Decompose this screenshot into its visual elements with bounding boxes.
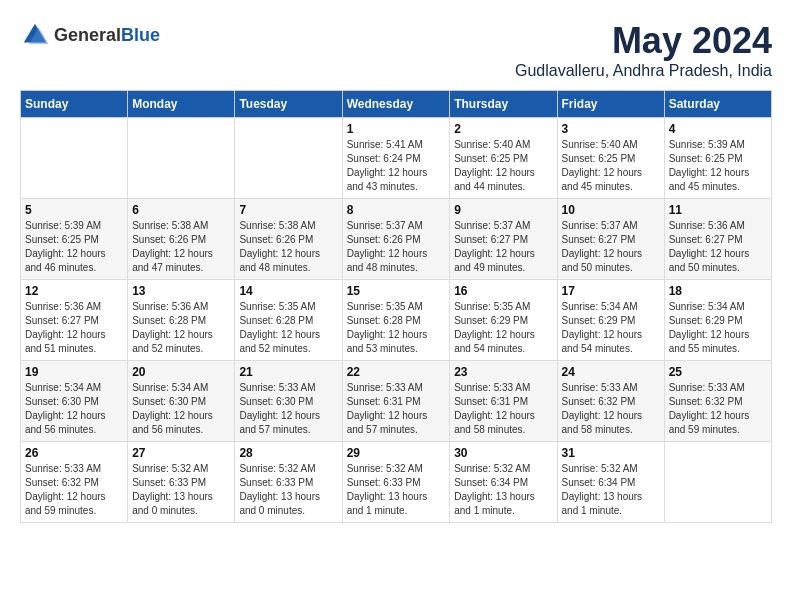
calendar-cell: 1Sunrise: 5:41 AM Sunset: 6:24 PM Daylig… xyxy=(342,118,450,199)
calendar-cell: 11Sunrise: 5:36 AM Sunset: 6:27 PM Dayli… xyxy=(664,199,771,280)
day-info: Sunrise: 5:38 AM Sunset: 6:26 PM Dayligh… xyxy=(239,219,337,275)
calendar-cell: 19Sunrise: 5:34 AM Sunset: 6:30 PM Dayli… xyxy=(21,361,128,442)
calendar-cell: 27Sunrise: 5:32 AM Sunset: 6:33 PM Dayli… xyxy=(128,442,235,523)
calendar-cell: 26Sunrise: 5:33 AM Sunset: 6:32 PM Dayli… xyxy=(21,442,128,523)
day-number: 14 xyxy=(239,284,337,298)
day-number: 27 xyxy=(132,446,230,460)
day-info: Sunrise: 5:33 AM Sunset: 6:32 PM Dayligh… xyxy=(562,381,660,437)
day-number: 4 xyxy=(669,122,767,136)
day-number: 8 xyxy=(347,203,446,217)
day-number: 12 xyxy=(25,284,123,298)
calendar-cell: 3Sunrise: 5:40 AM Sunset: 6:25 PM Daylig… xyxy=(557,118,664,199)
calendar-cell: 6Sunrise: 5:38 AM Sunset: 6:26 PM Daylig… xyxy=(128,199,235,280)
calendar-cell xyxy=(235,118,342,199)
calendar-cell: 25Sunrise: 5:33 AM Sunset: 6:32 PM Dayli… xyxy=(664,361,771,442)
title-area: May 2024 Gudlavalleru, Andhra Pradesh, I… xyxy=(515,20,772,80)
header-thursday: Thursday xyxy=(450,91,557,118)
calendar-cell: 14Sunrise: 5:35 AM Sunset: 6:28 PM Dayli… xyxy=(235,280,342,361)
calendar-table: Sunday Monday Tuesday Wednesday Thursday… xyxy=(20,90,772,523)
calendar-cell xyxy=(21,118,128,199)
day-number: 29 xyxy=(347,446,446,460)
day-number: 25 xyxy=(669,365,767,379)
calendar-cell: 12Sunrise: 5:36 AM Sunset: 6:27 PM Dayli… xyxy=(21,280,128,361)
day-info: Sunrise: 5:35 AM Sunset: 6:29 PM Dayligh… xyxy=(454,300,552,356)
calendar-cell xyxy=(664,442,771,523)
calendar-cell: 17Sunrise: 5:34 AM Sunset: 6:29 PM Dayli… xyxy=(557,280,664,361)
day-info: Sunrise: 5:37 AM Sunset: 6:27 PM Dayligh… xyxy=(454,219,552,275)
calendar-cell: 29Sunrise: 5:32 AM Sunset: 6:33 PM Dayli… xyxy=(342,442,450,523)
calendar-cell: 16Sunrise: 5:35 AM Sunset: 6:29 PM Dayli… xyxy=(450,280,557,361)
day-info: Sunrise: 5:38 AM Sunset: 6:26 PM Dayligh… xyxy=(132,219,230,275)
day-number: 1 xyxy=(347,122,446,136)
day-info: Sunrise: 5:32 AM Sunset: 6:33 PM Dayligh… xyxy=(132,462,230,518)
header-wednesday: Wednesday xyxy=(342,91,450,118)
calendar-week-row: 19Sunrise: 5:34 AM Sunset: 6:30 PM Dayli… xyxy=(21,361,772,442)
calendar-cell: 5Sunrise: 5:39 AM Sunset: 6:25 PM Daylig… xyxy=(21,199,128,280)
day-number: 23 xyxy=(454,365,552,379)
day-number: 6 xyxy=(132,203,230,217)
day-number: 20 xyxy=(132,365,230,379)
day-number: 24 xyxy=(562,365,660,379)
day-info: Sunrise: 5:33 AM Sunset: 6:30 PM Dayligh… xyxy=(239,381,337,437)
calendar-subtitle: Gudlavalleru, Andhra Pradesh, India xyxy=(515,62,772,80)
calendar-cell: 30Sunrise: 5:32 AM Sunset: 6:34 PM Dayli… xyxy=(450,442,557,523)
day-number: 26 xyxy=(25,446,123,460)
calendar-week-row: 1Sunrise: 5:41 AM Sunset: 6:24 PM Daylig… xyxy=(21,118,772,199)
logo-text-blue: Blue xyxy=(121,25,160,45)
day-info: Sunrise: 5:36 AM Sunset: 6:27 PM Dayligh… xyxy=(25,300,123,356)
day-number: 10 xyxy=(562,203,660,217)
calendar-week-row: 12Sunrise: 5:36 AM Sunset: 6:27 PM Dayli… xyxy=(21,280,772,361)
calendar-cell: 24Sunrise: 5:33 AM Sunset: 6:32 PM Dayli… xyxy=(557,361,664,442)
day-number: 31 xyxy=(562,446,660,460)
day-info: Sunrise: 5:32 AM Sunset: 6:33 PM Dayligh… xyxy=(347,462,446,518)
day-info: Sunrise: 5:33 AM Sunset: 6:31 PM Dayligh… xyxy=(347,381,446,437)
day-number: 22 xyxy=(347,365,446,379)
day-number: 5 xyxy=(25,203,123,217)
calendar-cell xyxy=(128,118,235,199)
day-number: 21 xyxy=(239,365,337,379)
day-info: Sunrise: 5:41 AM Sunset: 6:24 PM Dayligh… xyxy=(347,138,446,194)
day-info: Sunrise: 5:36 AM Sunset: 6:27 PM Dayligh… xyxy=(669,219,767,275)
calendar-cell: 21Sunrise: 5:33 AM Sunset: 6:30 PM Dayli… xyxy=(235,361,342,442)
day-info: Sunrise: 5:40 AM Sunset: 6:25 PM Dayligh… xyxy=(562,138,660,194)
day-info: Sunrise: 5:32 AM Sunset: 6:34 PM Dayligh… xyxy=(562,462,660,518)
header-sunday: Sunday xyxy=(21,91,128,118)
calendar-cell: 23Sunrise: 5:33 AM Sunset: 6:31 PM Dayli… xyxy=(450,361,557,442)
day-info: Sunrise: 5:33 AM Sunset: 6:31 PM Dayligh… xyxy=(454,381,552,437)
calendar-cell: 9Sunrise: 5:37 AM Sunset: 6:27 PM Daylig… xyxy=(450,199,557,280)
day-info: Sunrise: 5:40 AM Sunset: 6:25 PM Dayligh… xyxy=(454,138,552,194)
day-number: 16 xyxy=(454,284,552,298)
logo: GeneralBlue xyxy=(20,20,160,50)
header-tuesday: Tuesday xyxy=(235,91,342,118)
calendar-cell: 22Sunrise: 5:33 AM Sunset: 6:31 PM Dayli… xyxy=(342,361,450,442)
calendar-cell: 2Sunrise: 5:40 AM Sunset: 6:25 PM Daylig… xyxy=(450,118,557,199)
header-friday: Friday xyxy=(557,91,664,118)
day-info: Sunrise: 5:37 AM Sunset: 6:26 PM Dayligh… xyxy=(347,219,446,275)
calendar-header-row: Sunday Monday Tuesday Wednesday Thursday… xyxy=(21,91,772,118)
day-number: 19 xyxy=(25,365,123,379)
day-number: 17 xyxy=(562,284,660,298)
day-number: 13 xyxy=(132,284,230,298)
day-number: 9 xyxy=(454,203,552,217)
day-info: Sunrise: 5:32 AM Sunset: 6:34 PM Dayligh… xyxy=(454,462,552,518)
logo-text-general: General xyxy=(54,25,121,45)
day-info: Sunrise: 5:35 AM Sunset: 6:28 PM Dayligh… xyxy=(239,300,337,356)
day-info: Sunrise: 5:34 AM Sunset: 6:29 PM Dayligh… xyxy=(562,300,660,356)
calendar-cell: 8Sunrise: 5:37 AM Sunset: 6:26 PM Daylig… xyxy=(342,199,450,280)
calendar-title: May 2024 xyxy=(515,20,772,62)
day-number: 7 xyxy=(239,203,337,217)
calendar-cell: 18Sunrise: 5:34 AM Sunset: 6:29 PM Dayli… xyxy=(664,280,771,361)
calendar-week-row: 26Sunrise: 5:33 AM Sunset: 6:32 PM Dayli… xyxy=(21,442,772,523)
header-saturday: Saturday xyxy=(664,91,771,118)
day-info: Sunrise: 5:34 AM Sunset: 6:30 PM Dayligh… xyxy=(132,381,230,437)
calendar-cell: 20Sunrise: 5:34 AM Sunset: 6:30 PM Dayli… xyxy=(128,361,235,442)
day-info: Sunrise: 5:32 AM Sunset: 6:33 PM Dayligh… xyxy=(239,462,337,518)
calendar-cell: 15Sunrise: 5:35 AM Sunset: 6:28 PM Dayli… xyxy=(342,280,450,361)
day-info: Sunrise: 5:33 AM Sunset: 6:32 PM Dayligh… xyxy=(25,462,123,518)
page-header: GeneralBlue May 2024 Gudlavalleru, Andhr… xyxy=(20,20,772,80)
day-info: Sunrise: 5:37 AM Sunset: 6:27 PM Dayligh… xyxy=(562,219,660,275)
day-number: 11 xyxy=(669,203,767,217)
day-info: Sunrise: 5:34 AM Sunset: 6:30 PM Dayligh… xyxy=(25,381,123,437)
day-number: 2 xyxy=(454,122,552,136)
logo-icon xyxy=(20,20,50,50)
